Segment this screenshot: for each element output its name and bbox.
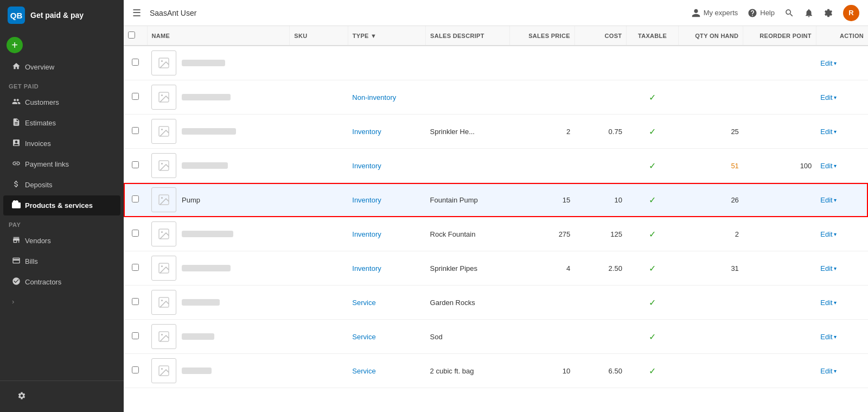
table-header-row: NAME SKU TYPE ▼ SALES DESCRIPT SALES PRI…	[124, 26, 868, 46]
type-value: Service	[352, 299, 375, 307]
edit-dropdown-arrow[interactable]: ▾	[834, 94, 837, 100]
edit-button[interactable]: Edit	[820, 333, 832, 341]
taxable-check-icon: ✓	[649, 93, 656, 102]
row-select-checkbox[interactable]	[132, 59, 139, 66]
product-image	[151, 50, 176, 75]
table-row: InventorySprinkler He...20.75✓25Edit▾	[124, 115, 868, 149]
edit-dropdown-arrow[interactable]: ▾	[834, 368, 837, 374]
sales-price-cell	[510, 46, 575, 80]
product-image	[151, 221, 176, 246]
edit-button[interactable]: Edit	[820, 162, 832, 170]
row-checkbox-cell	[124, 149, 147, 183]
edit-dropdown-arrow[interactable]: ▾	[834, 60, 837, 66]
taxable-cell: ✓	[627, 286, 679, 320]
action-cell: Edit▾	[816, 149, 868, 183]
edit-dropdown-arrow[interactable]: ▾	[834, 163, 837, 169]
row-select-checkbox[interactable]	[132, 93, 139, 100]
edit-button[interactable]: Edit	[820, 128, 832, 136]
invoices-icon	[12, 138, 21, 149]
hamburger-menu[interactable]: ☰	[132, 7, 141, 19]
row-select-checkbox[interactable]	[132, 230, 139, 237]
sidebar-item-customers[interactable]: Customers	[3, 92, 120, 112]
row-select-checkbox[interactable]	[132, 298, 139, 305]
type-cell: Inventory	[348, 115, 425, 149]
row-checkbox-cell	[124, 320, 147, 354]
bills-label: Bills	[25, 257, 38, 265]
edit-button[interactable]: Edit	[820, 367, 832, 375]
edit-dropdown-arrow[interactable]: ▾	[834, 197, 837, 203]
edit-dropdown-arrow[interactable]: ▾	[834, 231, 837, 237]
type-column-header[interactable]: TYPE ▼	[348, 26, 425, 46]
bell-icon	[804, 8, 814, 18]
edit-dropdown-arrow[interactable]: ▾	[834, 265, 837, 271]
contractors-icon	[12, 277, 21, 287]
help-button[interactable]: Help	[748, 8, 775, 18]
topbar-right: My experts Help R	[691, 5, 859, 21]
taxable-column-header: TAXABLE	[627, 26, 679, 46]
type-cell: Non-inventory	[348, 80, 425, 115]
sidebar-item-vendors[interactable]: Vendors	[3, 231, 120, 251]
action-cell: Edit▾	[816, 115, 868, 149]
sidebar-item-invoices[interactable]: Invoices	[3, 134, 120, 154]
name-cell	[147, 115, 290, 149]
gear-button[interactable]	[824, 8, 833, 18]
search-button[interactable]	[784, 8, 794, 18]
sidebar-item-estimates[interactable]: Estimates	[3, 113, 120, 133]
sidebar-item-settings[interactable]	[9, 386, 115, 407]
edit-dropdown-arrow[interactable]: ▾	[834, 300, 837, 306]
edit-button[interactable]: Edit	[820, 59, 832, 67]
svg-point-3	[161, 94, 163, 96]
sku-cell	[290, 46, 348, 80]
my-experts-label: My experts	[704, 9, 738, 17]
select-all-checkbox[interactable]	[128, 31, 135, 39]
sku-cell	[290, 183, 348, 217]
row-select-checkbox[interactable]	[132, 127, 139, 134]
sku-cell	[290, 251, 348, 286]
gear-icon	[824, 8, 833, 18]
row-select-checkbox[interactable]	[132, 264, 139, 271]
sales-desc-column-header: SALES DESCRIPT	[426, 26, 510, 46]
name-cell	[147, 320, 290, 354]
sales-desc-cell: 2 cubic ft. bag	[426, 354, 510, 388]
edit-button[interactable]: Edit	[820, 299, 832, 307]
edit-dropdown-arrow[interactable]: ▾	[834, 129, 837, 135]
svg-point-5	[161, 129, 163, 130]
type-value: Inventory	[352, 162, 381, 170]
row-checkbox-cell	[124, 183, 147, 217]
product-image	[151, 153, 176, 178]
sidebar-item-expand[interactable]: ›	[3, 293, 120, 310]
qty-on-hand-cell: 51	[678, 149, 743, 183]
add-new-button[interactable]: +	[7, 37, 23, 53]
type-value: Inventory	[352, 230, 381, 238]
sidebar-item-payment-links[interactable]: Payment links	[3, 154, 120, 174]
sidebar-item-bills[interactable]: Bills	[3, 251, 120, 271]
type-cell: Inventory	[348, 149, 425, 183]
edit-button[interactable]: Edit	[820, 93, 832, 102]
type-cell: Inventory	[348, 217, 425, 251]
sidebar-item-overview[interactable]: Overview	[3, 57, 120, 77]
edit-button[interactable]: Edit	[820, 230, 832, 238]
sidebar-item-deposits[interactable]: Deposits	[3, 175, 120, 195]
sidebar-nav: + Overview GET PAID Customers Estimates	[0, 30, 124, 381]
type-cell: Service	[348, 320, 425, 354]
row-select-checkbox[interactable]	[132, 161, 139, 168]
edit-dropdown-arrow[interactable]: ▾	[834, 334, 837, 340]
cost-cell: 0.75	[575, 115, 627, 149]
sidebar-item-products-services[interactable]: Products & services	[3, 195, 120, 215]
help-label: Help	[760, 9, 775, 17]
sidebar-item-contractors[interactable]: Contractors	[3, 272, 120, 292]
qty-on-hand-cell	[678, 286, 743, 320]
row-select-checkbox[interactable]	[132, 366, 139, 373]
qty-on-hand-cell	[678, 320, 743, 354]
edit-button[interactable]: Edit	[820, 196, 832, 204]
user-avatar[interactable]: R	[843, 5, 859, 21]
edit-button[interactable]: Edit	[820, 264, 832, 272]
sales-desc-cell: Sod	[426, 320, 510, 354]
taxable-cell: ✓	[627, 217, 679, 251]
notifications-button[interactable]	[804, 8, 814, 18]
my-experts-button[interactable]: My experts	[691, 8, 738, 18]
row-select-checkbox[interactable]	[132, 332, 139, 339]
sales-price-cell: 2	[510, 115, 575, 149]
table-row: PumpInventoryFountain Pump1510✓26Edit▾	[124, 183, 868, 217]
row-select-checkbox[interactable]	[132, 195, 139, 202]
